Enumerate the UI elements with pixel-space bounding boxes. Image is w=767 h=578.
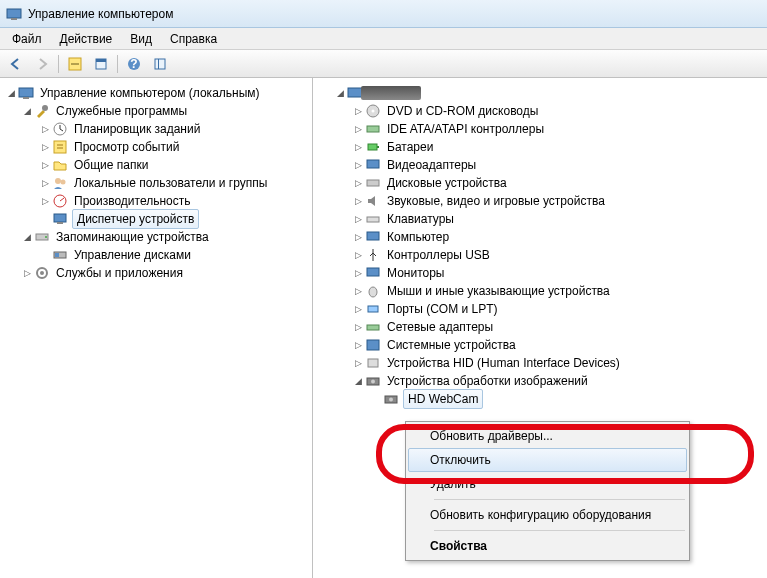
ctx-update-hw[interactable]: Обновить конфигурацию оборудования — [408, 503, 687, 527]
tree-shared-folders[interactable]: ▷ Общие папки — [2, 156, 310, 174]
expand-icon[interactable]: ▷ — [351, 230, 365, 244]
expand-icon[interactable]: ▷ — [351, 266, 365, 280]
tree-root[interactable]: ◢ Управление компьютером (локальным) — [2, 84, 310, 102]
tree-system[interactable]: ▷Системные устройства — [315, 336, 765, 354]
svg-rect-9 — [19, 88, 33, 97]
tree-label: Дисковые устройства — [385, 174, 509, 192]
properties-button[interactable] — [89, 53, 113, 75]
tree-dvd[interactable]: ▷DVD и CD-ROM дисководы — [315, 102, 765, 120]
network-icon — [365, 319, 381, 335]
ctx-update-drivers[interactable]: Обновить драйверы... — [408, 424, 687, 448]
expand-icon[interactable]: ▷ — [38, 176, 52, 190]
tree-usb[interactable]: ▷Контроллеры USB — [315, 246, 765, 264]
svg-point-24 — [40, 271, 44, 275]
expand-icon[interactable]: ▷ — [38, 194, 52, 208]
ctx-properties[interactable]: Свойства — [408, 534, 687, 558]
collapse-icon[interactable]: ◢ — [20, 104, 34, 118]
monitor-icon — [365, 265, 381, 281]
tree-ports[interactable]: ▷Порты (COM и LPT) — [315, 300, 765, 318]
menu-file[interactable]: Файл — [4, 30, 50, 48]
tools-icon — [34, 103, 50, 119]
menu-action[interactable]: Действие — [52, 30, 121, 48]
tree-services[interactable]: ▷ Службы и приложения — [2, 264, 310, 282]
tree-computer[interactable]: ▷Компьютер — [315, 228, 765, 246]
tree-mouse[interactable]: ▷Мыши и иные указывающие устройства — [315, 282, 765, 300]
tree-label: Видеоадаптеры — [385, 156, 478, 174]
expand-icon[interactable]: ▷ — [351, 104, 365, 118]
display-icon — [365, 157, 381, 173]
tree-monitor[interactable]: ▷Мониторы — [315, 264, 765, 282]
tree-keyboard[interactable]: ▷Клавиатуры — [315, 210, 765, 228]
forward-button[interactable] — [30, 53, 54, 75]
expand-icon[interactable]: ▷ — [351, 158, 365, 172]
device-manager-icon — [52, 211, 68, 227]
refresh-button[interactable] — [148, 53, 172, 75]
svg-rect-31 — [367, 160, 379, 168]
expand-icon[interactable]: ▷ — [351, 302, 365, 316]
menubar: Файл Действие Вид Справка — [0, 28, 767, 50]
tree-local-users[interactable]: ▷ Локальные пользователи и группы — [2, 174, 310, 192]
toolbar-separator — [117, 55, 118, 73]
tree-label: Сетевые адаптеры — [385, 318, 495, 336]
menu-view[interactable]: Вид — [122, 30, 160, 48]
tree-battery[interactable]: ▷Батареи — [315, 138, 765, 156]
svg-point-14 — [55, 178, 61, 184]
svg-rect-38 — [367, 325, 379, 330]
tree-imaging[interactable]: ◢Устройства обработки изображений — [315, 372, 765, 390]
expand-icon[interactable]: ▷ — [351, 320, 365, 334]
collapse-icon[interactable]: ◢ — [4, 86, 18, 100]
collapse-icon[interactable]: ◢ — [333, 86, 347, 100]
svg-rect-17 — [54, 214, 66, 222]
tree-hid[interactable]: ▷Устройства HID (Human Interface Devices… — [315, 354, 765, 372]
menu-help[interactable]: Справка — [162, 30, 225, 48]
tree-label: Устройства обработки изображений — [385, 372, 590, 390]
expand-icon[interactable]: ▷ — [38, 122, 52, 136]
expand-icon[interactable]: ▷ — [351, 194, 365, 208]
left-tree[interactable]: ◢ Управление компьютером (локальным) ◢ С… — [0, 78, 313, 578]
titlebar[interactable]: Управление компьютером — [0, 0, 767, 28]
tree-task-scheduler[interactable]: ▷ Планировщик заданий — [2, 120, 310, 138]
expand-icon[interactable]: ▷ — [351, 248, 365, 262]
expand-icon[interactable]: ▷ — [351, 356, 365, 370]
expand-icon[interactable]: ▷ — [20, 266, 34, 280]
expand-icon[interactable]: ▷ — [38, 158, 52, 172]
expand-icon[interactable]: ▷ — [351, 176, 365, 190]
expand-icon[interactable]: ▷ — [38, 140, 52, 154]
tree-audio[interactable]: ▷Звуковые, видео и игровые устройства — [315, 192, 765, 210]
expand-icon[interactable]: ▷ — [351, 284, 365, 298]
event-icon — [52, 139, 68, 155]
help-button[interactable]: ? — [122, 53, 146, 75]
toolbar: ? — [0, 50, 767, 78]
tree-video[interactable]: ▷Видеоадаптеры — [315, 156, 765, 174]
tree-storage[interactable]: ◢ Запоминающие устройства — [2, 228, 310, 246]
expand-icon: ▷ — [38, 248, 52, 262]
tree-net[interactable]: ▷Сетевые адаптеры — [315, 318, 765, 336]
svg-rect-8 — [158, 59, 159, 69]
tree-disk-mgmt[interactable]: ▷ Управление дисками — [2, 246, 310, 264]
back-button[interactable] — [4, 53, 28, 75]
tree-webcam[interactable]: ▷HD WebCam — [315, 390, 765, 408]
tree-label: Батареи — [385, 138, 435, 156]
expand-icon[interactable]: ▷ — [351, 122, 365, 136]
tree-label: Управление дисками — [72, 246, 193, 264]
ctx-remove[interactable]: Удалить — [408, 472, 687, 496]
expand-icon[interactable]: ▷ — [351, 338, 365, 352]
tree-event-viewer[interactable]: ▷ Просмотр событий — [2, 138, 310, 156]
collapse-icon[interactable]: ◢ — [351, 374, 365, 388]
tree-ide[interactable]: ▷IDE ATA/ATAPI контроллеры — [315, 120, 765, 138]
tree-label: Клавиатуры — [385, 210, 456, 228]
ctx-disable[interactable]: Отключить — [408, 448, 687, 472]
tree-system-tools[interactable]: ◢ Служебные программы — [2, 102, 310, 120]
collapse-icon[interactable]: ◢ — [20, 230, 34, 244]
services-icon — [34, 265, 50, 281]
tree-pc-root[interactable]: ◢ — [315, 84, 765, 102]
tree-device-manager[interactable]: ▷ Диспетчер устройств — [2, 210, 310, 228]
show-hide-button[interactable] — [63, 53, 87, 75]
ctx-label: Обновить драйверы... — [430, 429, 553, 443]
expand-icon[interactable]: ▷ — [351, 140, 365, 154]
tree-performance[interactable]: ▷ Производительность — [2, 192, 310, 210]
expand-icon[interactable]: ▷ — [351, 212, 365, 226]
svg-point-11 — [42, 105, 48, 111]
toolbar-separator — [58, 55, 59, 73]
tree-disk[interactable]: ▷Дисковые устройства — [315, 174, 765, 192]
